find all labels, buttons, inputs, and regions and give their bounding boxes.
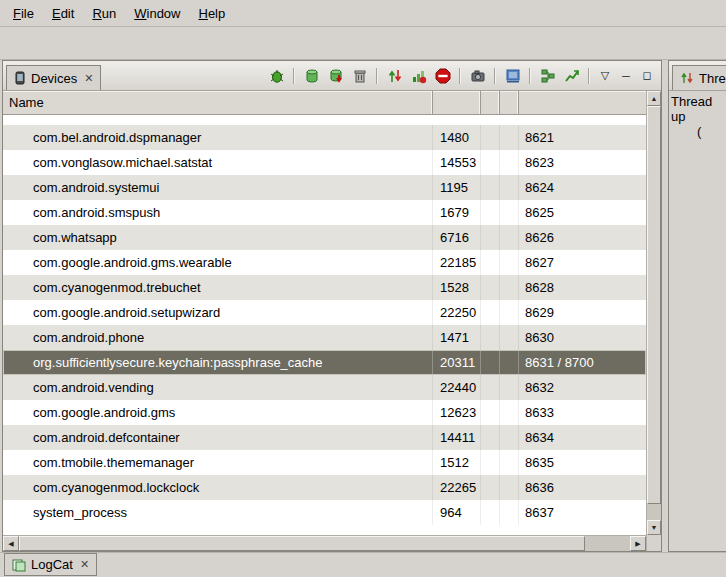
tab-devices[interactable]: Devices ✕ [6, 65, 101, 90]
process-name: com.cyanogenmod.lockclock [3, 475, 433, 500]
vertical-scrollbar[interactable]: ▲ ▼ [647, 91, 661, 535]
threads-message-line1: Thread up [671, 94, 724, 124]
close-icon[interactable]: ✕ [82, 72, 93, 85]
process-name: com.vonglasow.michael.satstat [3, 150, 433, 175]
hierarchy-tree-icon[interactable] [538, 66, 557, 85]
process-port: 8635 [519, 450, 646, 475]
toolbar-separator [376, 68, 378, 84]
process-name: org.sufficientlysecure.keychain:passphra… [3, 350, 433, 375]
process-pid: 1480 [433, 125, 481, 150]
tab-logcat[interactable]: LogCat ✕ [4, 553, 97, 576]
thread-indicator-cell [500, 275, 519, 300]
device-row[interactable]: com.google.android.gms.wearable 22185 86… [3, 250, 646, 275]
device-row[interactable]: com.vonglasow.michael.satstat 14553 8623 [3, 150, 646, 175]
scroll-left-icon[interactable]: ◀ [3, 536, 19, 551]
device-row[interactable]: com.android.vending 22440 8632 [3, 375, 646, 400]
process-name: com.google.android.gms.wearable [3, 250, 433, 275]
process-name: com.android.vending [3, 375, 433, 400]
maximize-icon[interactable]: ◻ [639, 69, 655, 82]
thread-indicator-cell [500, 125, 519, 150]
menu-help-label: Help [198, 6, 225, 21]
thread-indicator-cell [500, 225, 519, 250]
menu-edit-label: Edit [52, 6, 74, 21]
process-pid: 22185 [433, 250, 481, 275]
horizontal-scrollbar[interactable]: ◀ ▶ [3, 535, 646, 551]
minimize-icon[interactable]: ─ [618, 70, 634, 82]
menu-run[interactable]: Run [83, 2, 125, 25]
device-row[interactable]: com.bel.android.dspmanager 1480 8621 [3, 125, 646, 150]
device-row[interactable]: org.sufficientlysecure.keychain:passphra… [3, 350, 646, 375]
update-heap-icon[interactable] [302, 66, 321, 85]
device-row[interactable]: com.cyanogenmod.lockclock 22265 8636 [3, 475, 646, 500]
devices-toolbar: ▽ ─ ◻ [267, 66, 661, 85]
thread-indicator-cell [500, 475, 519, 500]
tab-logcat-label: LogCat [31, 557, 73, 572]
menu-window[interactable]: Window [125, 2, 189, 25]
column-header-threads[interactable] [500, 91, 519, 114]
vertical-scrollbar-thumb[interactable] [647, 106, 661, 504]
logcat-icon [12, 558, 26, 572]
menu-help[interactable]: Help [189, 2, 234, 25]
device-table-body: com.bel.android.dspmanager 1480 8621 com… [3, 115, 646, 535]
toolbar-separator [459, 68, 461, 84]
stop-process-icon[interactable] [433, 66, 452, 85]
device-row[interactable]: com.android.smspush 1679 8625 [3, 200, 646, 225]
menu-file[interactable]: File [4, 2, 43, 25]
device-row[interactable]: com.google.android.setupwizard 22250 862… [3, 300, 646, 325]
thread-indicator-cell [500, 500, 519, 525]
capture-systrace-icon[interactable] [562, 66, 581, 85]
process-name: com.google.android.gms [3, 400, 433, 425]
scroll-right-icon[interactable]: ▶ [630, 536, 646, 551]
heap-indicator-cell [481, 375, 500, 400]
dump-hprof-icon[interactable] [326, 66, 345, 85]
thread-indicator-cell [500, 375, 519, 400]
view-menu-icon[interactable]: ▽ [597, 69, 613, 82]
device-row[interactable]: com.android.defcontainer 14411 8634 [3, 425, 646, 450]
device-row[interactable]: com.android.phone 1471 8630 [3, 325, 646, 350]
thread-indicator-cell [500, 325, 519, 350]
column-header-name[interactable]: Name [3, 91, 433, 114]
update-threads-icon[interactable] [385, 66, 404, 85]
thread-indicator-cell [500, 425, 519, 450]
heap-indicator-cell [481, 200, 500, 225]
heap-indicator-cell [481, 425, 500, 450]
process-pid: 14553 [433, 150, 481, 175]
process-pid: 14411 [433, 425, 481, 450]
close-icon[interactable]: ✕ [78, 558, 89, 571]
process-port: 8623 [519, 150, 646, 175]
heap-indicator-cell [481, 500, 500, 525]
threads-view: Threa Thread up ( [668, 60, 726, 552]
menu-run-label: Run [92, 6, 116, 21]
menubar: File Edit Run Window Help [0, 0, 726, 27]
process-pid: 1471 [433, 325, 481, 350]
main-area: Devices ✕ [0, 60, 726, 552]
scroll-down-icon[interactable]: ▼ [647, 520, 661, 535]
horizontal-scrollbar-track[interactable] [585, 536, 630, 551]
device-row[interactable]: com.google.android.gms 12623 8633 [3, 400, 646, 425]
process-name: com.bel.android.dspmanager [3, 125, 433, 150]
column-header-port[interactable] [519, 91, 646, 114]
column-header-heap[interactable] [481, 91, 500, 114]
device-row[interactable]: com.android.systemui 1195 8624 [3, 175, 646, 200]
process-pid: 1528 [433, 275, 481, 300]
cause-gc-icon[interactable] [350, 66, 369, 85]
dump-view-hierarchy-icon[interactable] [503, 66, 522, 85]
process-name: com.android.phone [3, 325, 433, 350]
process-port: 8633 [519, 400, 646, 425]
scroll-up-icon[interactable]: ▲ [647, 91, 661, 106]
process-name: com.android.systemui [3, 175, 433, 200]
device-row[interactable]: com.tmobile.thememanager 1512 8635 [3, 450, 646, 475]
process-pid: 20311 [433, 350, 481, 375]
horizontal-scrollbar-thumb[interactable] [19, 536, 585, 551]
screen-capture-icon[interactable] [468, 66, 487, 85]
tab-threads[interactable]: Threa [672, 65, 726, 90]
thread-indicator-cell [500, 400, 519, 425]
column-header-pid[interactable] [433, 91, 481, 114]
process-port: 8624 [519, 175, 646, 200]
device-row[interactable]: com.cyanogenmod.trebuchet 1528 8628 [3, 275, 646, 300]
start-method-profiling-icon[interactable] [409, 66, 428, 85]
device-row[interactable]: com.whatsapp 6716 8626 [3, 225, 646, 250]
debug-process-icon[interactable] [267, 66, 286, 85]
menu-edit[interactable]: Edit [43, 2, 83, 25]
device-row[interactable]: system_process 964 8637 [3, 500, 646, 525]
